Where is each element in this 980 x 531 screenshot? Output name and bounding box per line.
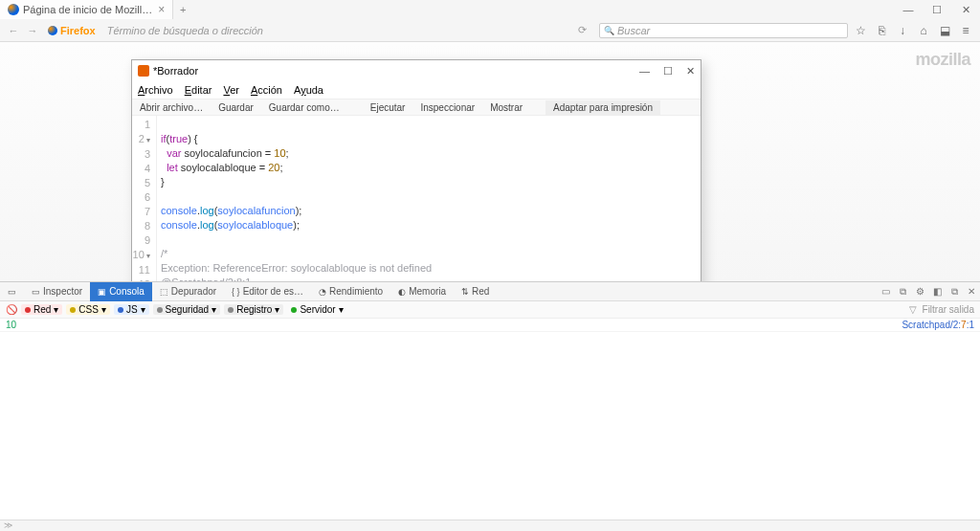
filter-input[interactable]: Filtrar salida	[923, 304, 974, 315]
devtools-toggle-frames[interactable]: ▭	[0, 282, 24, 301]
log-value: 10	[6, 320, 16, 330]
tb-open[interactable]: Abrir archivo…	[132, 102, 211, 113]
scratchpad-toolbar: Abrir archivo… Guardar Guardar como… Eje…	[132, 99, 701, 116]
filter-server[interactable]: Servidor ▾	[287, 304, 346, 315]
tab-title: Página de inicio de Mozill…	[23, 4, 152, 15]
filter-net[interactable]: Red ▾	[21, 304, 62, 315]
editor-code[interactable]: if(true) { var soylocalafuncion = 10; le…	[157, 116, 701, 308]
browser-tab[interactable]: Página de inicio de Mozill… ×	[0, 0, 173, 19]
devtools-dock-icon[interactable]: ◧	[928, 286, 946, 298]
menu-ver[interactable]: Ver	[223, 84, 239, 96]
firefox-favicon-icon	[8, 4, 19, 15]
tab-inspector[interactable]: ▭Inspector	[24, 282, 90, 301]
console-output: 10 Scratchpad/2:7:1	[0, 319, 980, 531]
url-bar: ← → Firefox Término de búsqueda o direcc…	[0, 19, 980, 42]
tb-run[interactable]: Ejecutar	[363, 102, 413, 113]
mozilla-wordmark: mozilla	[915, 50, 970, 70]
filter-logging[interactable]: Registro ▾	[224, 304, 283, 315]
devtools-responsive-icon[interactable]: ⧉	[894, 286, 911, 298]
forward-button[interactable]: →	[25, 25, 40, 36]
menu-ayuda[interactable]: Ayuda	[294, 84, 323, 96]
window-close-button[interactable]: ✕	[951, 4, 980, 16]
firefox-icon	[48, 26, 57, 35]
pocket-icon[interactable]: ⎘	[873, 24, 890, 37]
tab-close-icon[interactable]: ×	[158, 3, 165, 16]
console-filterbar: 🚫 Red ▾ CSS ▾ JS ▾ Seguridad ▾ Registro …	[0, 301, 980, 319]
console-clear-icon[interactable]: 🚫	[6, 304, 17, 315]
tab-memory[interactable]: ◐Memoria	[390, 282, 454, 301]
scratchpad-menubar: Archivo Editar Ver Acción Ayuda	[132, 81, 701, 99]
url-input[interactable]: Término de búsqueda o dirección	[103, 25, 570, 36]
filter-css[interactable]: CSS ▾	[66, 304, 110, 315]
tab-console[interactable]: ▣Consola	[90, 282, 152, 301]
tab-debugger[interactable]: ⬚Depurador	[152, 282, 224, 301]
devtools-settings-icon[interactable]: ⚙	[911, 286, 928, 298]
devtools-popout-icon[interactable]: ⧉	[946, 286, 963, 298]
scratchpad-minimize-button[interactable]: —	[639, 65, 650, 77]
window-minimize-button[interactable]: —	[894, 4, 923, 16]
home-icon[interactable]: ⌂	[915, 24, 932, 37]
downloads-icon[interactable]: ↓	[894, 24, 911, 37]
devtools-split-icon[interactable]: ▭	[877, 286, 894, 298]
tab-network[interactable]: ⇅Red	[454, 282, 497, 301]
menu-archivo[interactable]: Archivo	[138, 84, 173, 96]
tb-save[interactable]: Guardar	[211, 102, 261, 113]
scratchpad-editor[interactable]: 12345678910111213 if(true) { var soyloca…	[132, 116, 701, 308]
devtools-close-icon[interactable]: ✕	[963, 286, 980, 298]
scratchpad-title: *Borrador	[153, 65, 198, 77]
devtools-panel: ▭ ▭Inspector ▣Consola ⬚Depurador { }Edit…	[0, 281, 980, 531]
log-source[interactable]: Scratchpad/2:7:1	[902, 320, 974, 330]
sidebar-icon[interactable]: ⬓	[936, 24, 953, 37]
search-input[interactable]: Buscar	[599, 23, 848, 38]
scratchpad-titlebar[interactable]: *Borrador — ☐ ✕	[132, 60, 701, 81]
new-tab-button[interactable]: +	[173, 4, 192, 15]
bookmark-star-icon[interactable]: ☆	[852, 24, 869, 37]
devtools-tabs: ▭ ▭Inspector ▣Consola ⬚Depurador { }Edit…	[0, 282, 980, 301]
filter-js[interactable]: JS ▾	[114, 304, 149, 315]
filter-security[interactable]: Seguridad ▾	[153, 304, 221, 315]
scratchpad-close-button[interactable]: ✕	[686, 65, 695, 77]
identity-box[interactable]: Firefox	[48, 25, 96, 36]
reload-button[interactable]: ⟳	[574, 24, 590, 36]
menu-editar[interactable]: Editar	[185, 84, 212, 96]
browser-titlebar: Página de inicio de Mozill… × + — ☐ ✕	[0, 0, 980, 19]
editor-gutter: 12345678910111213	[132, 116, 157, 308]
menu-accion[interactable]: Acción	[251, 84, 282, 96]
console-prompt[interactable]: ≫	[0, 520, 980, 531]
console-log-row[interactable]: 10 Scratchpad/2:7:1	[0, 319, 980, 332]
tb-inspect[interactable]: Inspeccionar	[412, 102, 482, 113]
tb-pretty[interactable]: Adaptar para impresión	[546, 100, 660, 115]
tab-performance[interactable]: ◔Rendimiento	[311, 282, 390, 301]
tab-style-editor[interactable]: { }Editor de es…	[224, 282, 311, 301]
tb-saveas[interactable]: Guardar como…	[261, 102, 347, 113]
window-maximize-button[interactable]: ☐	[923, 4, 951, 16]
filter-funnel-icon: ▽	[909, 304, 917, 315]
tb-display[interactable]: Mostrar	[482, 102, 530, 113]
scratchpad-maximize-button[interactable]: ☐	[663, 65, 673, 77]
back-button[interactable]: ←	[6, 25, 21, 36]
menu-icon[interactable]: ≡	[957, 24, 974, 37]
scratchpad-app-icon	[138, 65, 149, 77]
